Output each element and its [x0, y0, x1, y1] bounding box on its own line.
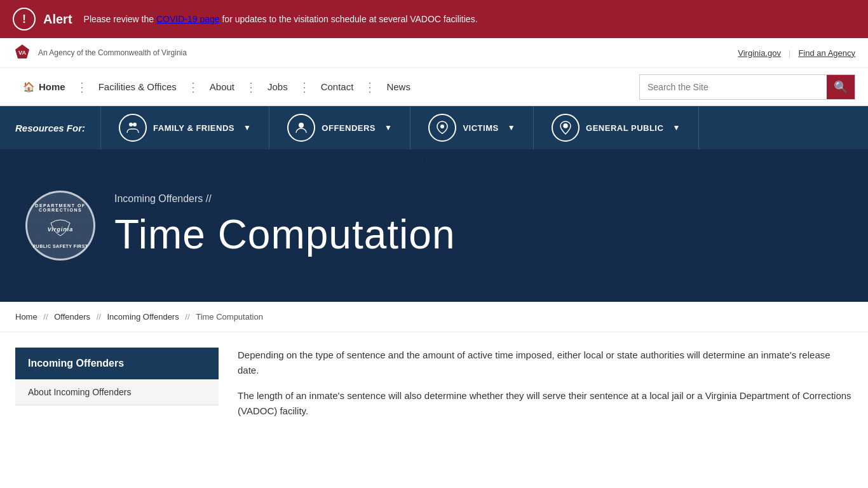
victims-arrow: ▼ — [508, 123, 515, 132]
jobs-nav[interactable]: Jobs — [257, 68, 298, 106]
family-friends-resource[interactable]: FAMILY & FRIENDS ▼ — [100, 106, 269, 149]
alert-bar: ! Alert Please review the COVID-19 page … — [0, 0, 868, 38]
hero-breadcrumb: Incoming Offenders // — [114, 193, 456, 205]
nav-dots-5: ⋮ — [363, 79, 376, 95]
svg-text:VA: VA — [18, 50, 26, 56]
content-area: Incoming Offenders About Incoming Offend… — [0, 332, 868, 444]
about-nav[interactable]: About — [200, 68, 245, 106]
svg-point-5 — [440, 125, 444, 128]
home-icon: 🏠 — [23, 81, 35, 93]
sidebar-item-about[interactable]: About Incoming Offenders — [15, 379, 219, 405]
svg-point-3 — [133, 123, 137, 126]
news-nav[interactable]: News — [376, 68, 421, 106]
search-button[interactable]: 🔍 — [827, 75, 855, 99]
search-input[interactable] — [640, 75, 827, 99]
alert-message: Please review the COVID-19 page for upda… — [84, 14, 478, 24]
breadcrumb-home[interactable]: Home — [15, 312, 37, 322]
covid-link[interactable]: COVID-19 page — [156, 14, 220, 24]
nav-dots-3: ⋮ — [245, 79, 257, 95]
facilities-offices-nav[interactable]: Facilities & Offices — [88, 68, 187, 106]
top-bar-right: Virginia.gov | Find an Agency — [738, 48, 855, 58]
svg-text:Virginia: Virginia — [48, 226, 74, 233]
main-content: Depending on the type of sentence and th… — [238, 332, 853, 444]
hero-title: Time Computation — [114, 211, 456, 258]
victims-resource[interactable]: VICTIMS ▼ — [410, 106, 533, 149]
nav-dots-4: ⋮ — [298, 79, 311, 95]
breadcrumb-incoming-offenders[interactable]: Incoming Offenders — [107, 312, 179, 322]
agency-seal: DEPARTMENT OF CORRECTIONS Virginia PUBLI… — [25, 191, 95, 261]
sidebar-heading[interactable]: Incoming Offenders — [15, 348, 219, 379]
resources-label: Resources For: — [0, 123, 100, 133]
offenders-icon — [287, 114, 315, 142]
search-box: 🔍 — [639, 74, 855, 100]
general-public-arrow: ▼ — [672, 123, 680, 132]
nav-dots-1: ⋮ — [76, 79, 88, 95]
hero-section: DEPARTMENT OF CORRECTIONS Virginia PUBLI… — [0, 149, 868, 302]
resources-bar: Resources For: FAMILY & FRIENDS ▼ OFFEND… — [0, 106, 868, 149]
home-nav-item[interactable]: 🏠 Home — [13, 81, 76, 93]
family-friends-icon — [119, 114, 147, 142]
nav-dots-2: ⋮ — [187, 79, 200, 95]
offenders-arrow: ▼ — [384, 123, 392, 132]
top-bar-left: VA An Agency of the Commonwealth of Virg… — [13, 43, 187, 62]
general-public-icon — [552, 114, 580, 142]
agency-text: An Agency of the Commonwealth of Virgini… — [38, 48, 187, 57]
contact-nav[interactable]: Contact — [311, 68, 364, 106]
hero-content: Incoming Offenders // Time Computation — [114, 193, 456, 258]
find-agency-link[interactable]: Find an Agency — [798, 48, 855, 58]
alert-icon: ! — [13, 8, 36, 30]
family-friends-arrow: ▼ — [243, 123, 251, 132]
breadcrumb-offenders[interactable]: Offenders — [54, 312, 90, 322]
offenders-resource[interactable]: OFFENDERS ▼ — [269, 106, 410, 149]
general-public-resource[interactable]: GENERAL PUBLIC ▼ — [533, 106, 699, 149]
alert-title: Alert — [43, 12, 72, 27]
top-bar: VA An Agency of the Commonwealth of Virg… — [0, 38, 868, 68]
svg-point-4 — [299, 123, 304, 128]
agency-logo: VA — [13, 43, 32, 62]
svg-point-6 — [564, 124, 567, 128]
breadcrumb-current: Time Computation — [196, 312, 263, 322]
main-paragraph-2: The length of an inmate's sentence will … — [238, 388, 853, 419]
search-icon: 🔍 — [834, 80, 848, 94]
virginia-gov-link[interactable]: Virginia.gov — [738, 48, 781, 58]
victims-icon — [428, 114, 456, 142]
nav-bar: 🏠 Home ⋮ Facilities & Offices ⋮ About ⋮ … — [0, 68, 868, 106]
sidebar: Incoming Offenders About Incoming Offend… — [15, 332, 219, 444]
svg-point-2 — [129, 123, 133, 126]
main-paragraph-1: Depending on the type of sentence and th… — [238, 348, 853, 378]
breadcrumb-bar: Home // Offenders // Incoming Offenders … — [0, 302, 868, 332]
